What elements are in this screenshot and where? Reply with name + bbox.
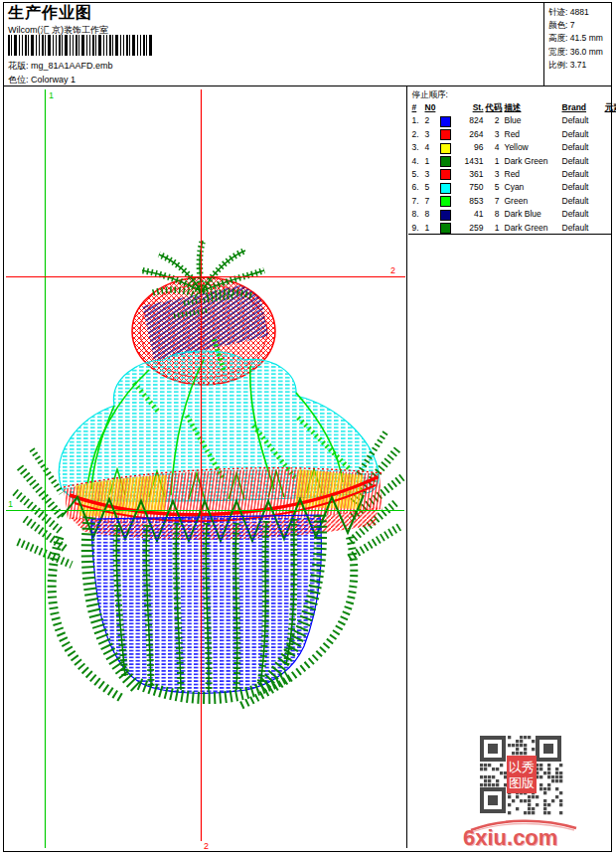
seq-cell-n0: 8	[425, 208, 440, 221]
stop-sequence-panel: 停止顺序: #N0St.代码描述Brand元素1.28242BlueDefaul…	[408, 86, 611, 235]
seq-cell-n0: 3	[425, 128, 440, 141]
thread-color-swatch	[440, 169, 451, 180]
seq-cell-brand: Default	[562, 128, 605, 141]
guide-label-start-top: 1	[49, 90, 54, 100]
seq-header-n0: N0	[425, 101, 440, 114]
seq-cell-brand: Default	[562, 195, 605, 208]
guide-label-end-right: 2	[390, 265, 395, 275]
seq-cell-n0: 3	[425, 168, 440, 181]
seq-cell-code: 1	[486, 222, 505, 235]
page-title: 生产作业图	[8, 3, 92, 24]
seq-cell-n0: 5	[425, 181, 440, 194]
seq-cell-desc: Green	[505, 195, 562, 208]
seq-cell-code: 1	[486, 155, 505, 168]
seq-cell-n0: 2	[425, 114, 440, 127]
colorway-label: 色位:	[8, 75, 29, 85]
seq-cell-st: 41	[457, 208, 486, 221]
stop-sequence-title: 停止顺序:	[412, 88, 611, 101]
seq-cell-element	[605, 222, 616, 235]
seq-cell-swatch	[440, 128, 457, 141]
seq-cell-num: 7.	[412, 195, 425, 208]
seq-cell-brand: Default	[562, 114, 605, 127]
guide-label-end-bottom: 2	[204, 841, 209, 851]
seq-cell-brand: Default	[562, 141, 605, 154]
seq-cell-desc: Blue	[505, 114, 562, 127]
embroidery-design-canvas: 1 1 2 2	[4, 86, 406, 851]
seq-cell-element	[605, 114, 616, 127]
worksheet-page: 生产作业图 Wilcom(汇 京)装饰工作室 花版: mg_81A1AAFD.e…	[3, 2, 612, 852]
seq-cell-brand: Default	[562, 181, 605, 194]
seq-header-code: 代码	[486, 101, 505, 114]
pattern-file-line: 花版: mg_81A1AAFD.emb	[8, 60, 113, 73]
seq-cell-st: 750	[457, 181, 486, 194]
seq-cell-num: 3.	[412, 141, 425, 154]
seq-cell-st: 824	[457, 114, 486, 127]
seq-cell-n0: 4	[425, 141, 440, 154]
seq-cell-swatch	[440, 222, 457, 235]
seq-cell-swatch	[440, 208, 457, 221]
stat-line: 宽度: 36.0 mm	[548, 46, 610, 59]
seq-cell-desc: Dark Green	[505, 222, 562, 235]
seq-cell-swatch	[440, 141, 457, 154]
seq-cell-element	[605, 155, 616, 168]
seq-cell-n0: 1	[425, 222, 440, 235]
seq-cell-st: 853	[457, 195, 486, 208]
seq-header-desc: 描述	[505, 101, 562, 114]
pattern-label: 花版:	[8, 61, 29, 71]
seq-header-st: St.	[457, 101, 486, 114]
guide-label-start-left: 1	[8, 499, 13, 509]
seq-cell-desc: Red	[505, 128, 562, 141]
seq-cell-swatch	[440, 155, 457, 168]
seq-cell-st: 264	[457, 128, 486, 141]
stat-line: 比例: 3.71	[548, 59, 610, 72]
seq-cell-num: 1.	[412, 114, 425, 127]
seq-cell-num: 9.	[412, 222, 425, 235]
thread-color-swatch	[440, 196, 451, 207]
stop-sequence-table: #N0St.代码描述Brand元素1.28242BlueDefault2.326…	[412, 101, 611, 235]
seq-cell-swatch	[440, 181, 457, 194]
seq-cell-brand: Default	[562, 208, 605, 221]
colorway-value: Colorway 1	[31, 75, 76, 85]
seq-cell-brand: Default	[562, 168, 605, 181]
seq-cell-n0: 7	[425, 195, 440, 208]
seq-cell-element	[605, 195, 616, 208]
cup-motif	[52, 515, 354, 706]
qr-stamp-text: 图版	[509, 775, 535, 790]
thread-color-swatch	[440, 183, 451, 194]
stat-line: 高度: 41.5 mm	[548, 32, 610, 45]
seq-header-element: 元素	[605, 101, 616, 114]
thread-color-swatch	[440, 129, 451, 140]
qr-code: 以秀图版	[476, 732, 567, 819]
seq-header-num: #	[412, 101, 425, 114]
qr-stamp-text: 以秀	[509, 760, 535, 774]
header: 生产作业图 Wilcom(汇 京)装饰工作室 花版: mg_81A1AAFD.e…	[4, 3, 611, 86]
seq-cell-num: 6.	[412, 181, 425, 194]
seq-cell-element	[605, 208, 616, 221]
site-watermark: 6xiu.com	[463, 816, 582, 852]
seq-cell-desc: Yellow	[505, 141, 562, 154]
seq-cell-num: 5.	[412, 168, 425, 181]
seq-cell-desc: Dark Blue	[505, 208, 562, 221]
seq-cell-st: 1431	[457, 155, 486, 168]
seq-cell-code: 4	[486, 141, 505, 154]
seq-cell-desc: Dark Green	[505, 155, 562, 168]
thread-color-swatch	[440, 223, 451, 234]
seq-cell-st: 96	[457, 141, 486, 154]
seq-cell-num: 4.	[412, 155, 425, 168]
seq-cell-code: 8	[486, 208, 505, 221]
seq-cell-swatch	[440, 195, 457, 208]
seq-cell-code: 3	[486, 168, 505, 181]
seq-cell-brand: Default	[562, 155, 605, 168]
seq-cell-code: 2	[486, 114, 505, 127]
seq-cell-element	[605, 141, 616, 154]
seq-cell-code: 5	[486, 181, 505, 194]
seq-header-brand: Brand	[562, 101, 605, 114]
seq-cell-brand: Default	[562, 222, 605, 235]
seq-cell-st: 259	[457, 222, 486, 235]
seq-header-swatch	[440, 101, 457, 114]
production-worksheet: { "header": { "title": "生产作业图", "subtitl…	[0, 0, 616, 855]
thread-color-swatch	[440, 143, 451, 154]
thread-color-swatch	[440, 210, 451, 221]
seq-cell-st: 361	[457, 168, 486, 181]
thread-color-swatch	[440, 116, 451, 127]
